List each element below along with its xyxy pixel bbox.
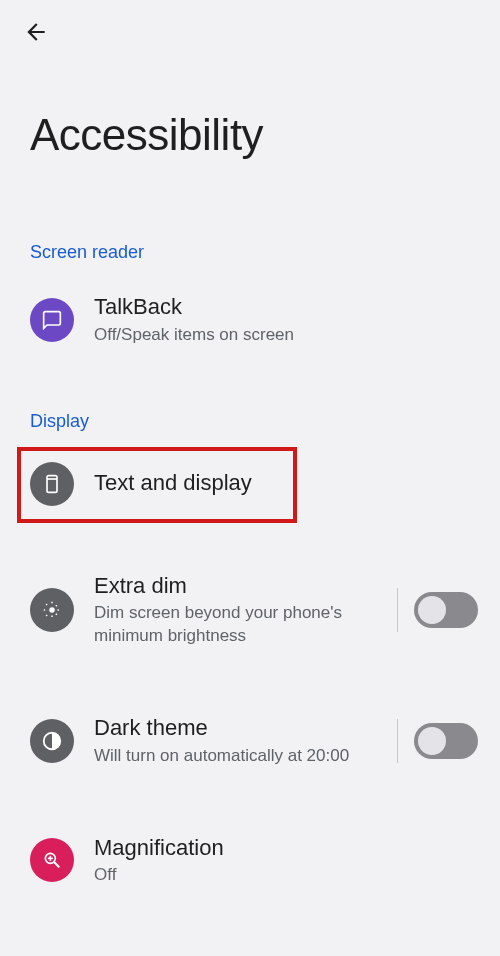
item-text: Text and display [94,469,478,498]
extra-dim-icon [30,588,74,632]
item-magnification[interactable]: Magnification Off [0,818,500,904]
content-scroll: Screen reader TalkBack Off/Speak items o… [0,230,500,956]
item-title: Magnification [94,834,478,863]
magnification-icon [30,838,74,882]
dark-theme-toggle[interactable] [414,723,478,759]
page-title: Accessibility [30,110,263,160]
text-display-icon [30,462,74,506]
item-text: Magnification Off [94,834,478,888]
dark-theme-icon [30,719,74,763]
item-talkback[interactable]: TalkBack Off/Speak items on screen [0,277,500,363]
item-select-to-speak[interactable]: Select to Speak Off/Hear selected text [0,937,500,956]
item-title: Extra dim [94,572,389,601]
svg-line-15 [54,862,59,867]
svg-line-8 [56,614,58,616]
svg-line-7 [46,604,48,606]
divider [397,719,398,763]
extra-dim-toggle[interactable] [414,592,478,628]
svg-line-10 [56,604,58,606]
item-sub: Off [94,864,478,887]
item-text: TalkBack Off/Speak items on screen [94,293,478,347]
svg-line-9 [46,614,48,616]
item-sub: Dim screen beyond your phone's minimum b… [94,602,389,648]
item-text: Extra dim Dim screen beyond your phone's… [94,572,389,648]
back-button[interactable] [18,14,54,50]
svg-rect-0 [47,475,57,492]
item-sub: Will turn on automatically at 20:00 [94,745,389,768]
item-sub: Off/Speak items on screen [94,324,478,347]
item-title: Dark theme [94,714,389,743]
item-title: TalkBack [94,293,478,322]
talkback-icon [30,298,74,342]
svg-point-2 [49,607,55,613]
item-title: Text and display [94,469,478,498]
section-header-display: Display [0,399,500,446]
arrow-left-icon [23,19,49,45]
item-dark-theme[interactable]: Dark theme Will turn on automatically at… [0,698,500,784]
item-text: Dark theme Will turn on automatically at… [94,714,389,768]
section-header-screen-reader: Screen reader [0,230,500,277]
item-extra-dim[interactable]: Extra dim Dim screen beyond your phone's… [0,556,500,664]
item-text-and-display[interactable]: Text and display [0,446,500,522]
divider [397,588,398,632]
